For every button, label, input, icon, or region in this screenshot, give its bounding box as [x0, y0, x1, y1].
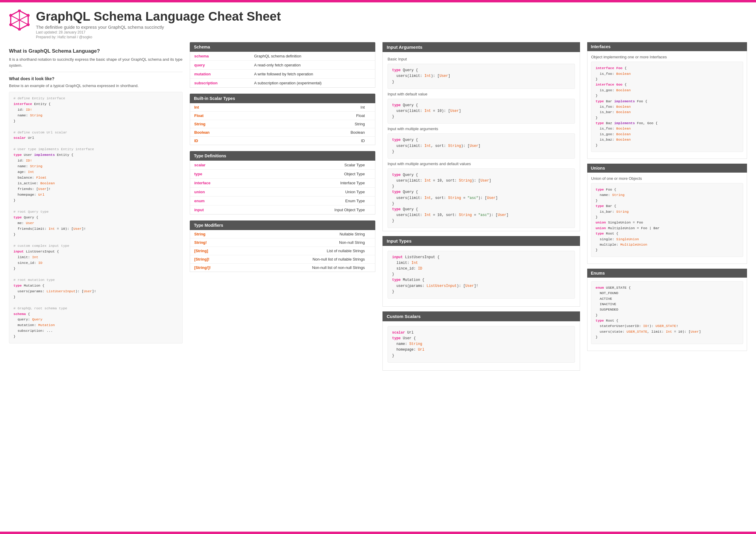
scalar-boolean-val: Boolean [230, 130, 371, 135]
bottom-bar [0, 532, 756, 534]
unions-header: Unions [587, 164, 747, 173]
multiple-defaults-title: Input with multiple arguments and defaul… [388, 162, 575, 166]
mod-list-string-nn2: [String!]! [194, 265, 242, 270]
table-row: [String!]! Non-null list of non-null Str… [190, 264, 375, 272]
modifiers-table: Type Modifiers String Nullable String St… [190, 221, 375, 272]
input-types-header: Input Types [383, 236, 580, 246]
mutation-desc: A write followed by fetch operation [254, 72, 371, 76]
typedef-table: Type Definitions scalar Scalar Type type… [190, 151, 375, 215]
scalar-table: Built-in Scalar Types Int Int Float Floa… [190, 93, 375, 145]
interfaces-body: Object implementing one or more Interfac… [587, 51, 747, 159]
typedef-union-val: Union Type [242, 190, 371, 194]
default-value-code: type Query { users(limit: Int = 10): [Us… [388, 99, 575, 124]
table-row: type Object Type [190, 170, 375, 178]
scalar-id: ID [194, 139, 230, 143]
mod-list-string: [String] [194, 249, 242, 253]
mod-list-string-nn-val: Non-null list of nullable Strings [242, 257, 371, 261]
table-row: subscription A subscription operation (e… [190, 79, 375, 87]
schema-table-header: Schema [190, 42, 375, 52]
mod-list-string-nn: [String]! [194, 257, 242, 261]
interfaces-code: interface Foo { is_foo: Boolean } interf… [591, 62, 743, 152]
input-types-section: Input Types input ListUsersInput { limit… [383, 236, 580, 307]
svg-point-6 [27, 23, 30, 26]
typedef-type: type [194, 172, 242, 176]
unions-desc: Union of one or more Objects [591, 176, 743, 181]
enums-code: enum USER_STATE { NOT_FOUND ACTIVE INACT… [591, 281, 743, 344]
looks-like-desc: Below is an example of a typical GraphQL… [9, 83, 182, 89]
unions-code: type Foo { name: String } type Bar { is_… [591, 183, 743, 257]
meta2: Prepared by: Hafiz Ismail / @sogko [36, 35, 281, 39]
enums-section: Enums enum USER_STATE { NOT_FOUND ACTIVE… [587, 269, 747, 351]
left-code-block: # define Entity interface interface Enti… [9, 92, 182, 344]
input-arguments-header: Input Arguments [383, 42, 580, 52]
scalar-string-val: String [230, 122, 371, 126]
scalar-table-body: Int Int Float Float String String Boolea… [190, 103, 375, 145]
interfaces-section: Interfaces Object implementing one or mo… [587, 42, 747, 159]
logo [9, 10, 30, 31]
unions-section: Unions Union of one or more Objects type… [587, 164, 747, 264]
table-row: input Input Object Type [190, 205, 375, 214]
multiple-args-section: Input with multiple arguments type Query… [388, 126, 575, 159]
table-row: ID ID [190, 137, 375, 145]
enums-body: enum USER_STATE { NOT_FOUND ACTIVE INACT… [587, 278, 747, 351]
typedef-union: union [194, 190, 242, 194]
table-row: String! Non-null String [190, 238, 375, 247]
svg-point-8 [9, 23, 12, 26]
table-row: mutation A write followed by fetch opera… [190, 70, 375, 79]
header-text: GraphQL Schema Language Cheat Sheet The … [36, 10, 281, 39]
table-row: [String]! Non-null list of nullable Stri… [190, 255, 375, 264]
table-row: interface Interface Type [190, 178, 375, 188]
mod-list-string-nn2-val: Non-null list of non-null Strings [242, 265, 371, 270]
typedef-scalar-val: Scalar Type [242, 163, 371, 167]
scalar-int-val: Int [230, 105, 371, 110]
scalar-id-val: ID [230, 139, 371, 143]
unions-body: Union of one or more Objects type Foo { … [587, 173, 747, 264]
scalar-int: Int [194, 105, 230, 110]
mutation-keyword: mutation [194, 72, 254, 76]
mod-string-nn: String! [194, 240, 242, 245]
typedef-input-val: Input Object Type [242, 208, 371, 212]
multiple-args-code: type Query { users(limit: Int, sort: Str… [388, 133, 575, 159]
mod-string-nn-val: Non-null String [242, 240, 371, 245]
table-row: String String [190, 120, 375, 128]
typedef-interface-val: Interface Type [242, 181, 371, 185]
typedef-table-body: scalar Scalar Type type Object Type inte… [190, 161, 375, 215]
table-row: enum Enum Type [190, 197, 375, 205]
multiple-defaults-code: type Query { users(limit: Int = 10, sort… [388, 169, 575, 228]
basic-input-code: type Query { users(limit: Int): [User] } [388, 64, 575, 89]
table-row: Float Float [190, 112, 375, 120]
scalar-string: String [194, 122, 230, 126]
multiple-defaults-section: Input with multiple arguments and defaul… [388, 162, 575, 228]
typedef-table-header: Type Definitions [190, 151, 375, 161]
typedef-scalar: scalar [194, 163, 242, 167]
mod-string: String [194, 232, 242, 236]
schema-table: Schema schema GraphQL schema definition … [190, 42, 375, 88]
table-row: union Union Type [190, 188, 375, 197]
typedef-type-val: Object Type [242, 172, 371, 176]
table-row: scalar Scalar Type [190, 161, 375, 170]
custom-scalars-section: Custom Scalars scalar Url type User { na… [383, 311, 580, 371]
table-row: Boolean Boolean [190, 128, 375, 137]
subscription-desc: A subscription operation (experimental) [254, 81, 371, 85]
custom-scalars-header: Custom Scalars [383, 311, 580, 321]
top-bar [0, 0, 756, 2]
table-row: String Nullable String [190, 230, 375, 238]
meta1: Last updated: 28 January 2017 [36, 30, 281, 34]
mod-list-string-val: List of nullable Strings [242, 249, 371, 253]
what-is-title: What is GraphQL Schema Language? [9, 48, 182, 54]
typedef-interface: interface [194, 181, 242, 185]
svg-point-9 [9, 14, 12, 17]
scalar-table-header: Built-in Scalar Types [190, 93, 375, 103]
typedef-enum: enum [194, 199, 242, 203]
default-value-title: Input with default value [388, 92, 575, 96]
table-row: [String] List of nullable Strings [190, 247, 375, 255]
modifiers-table-header: Type Modifiers [190, 221, 375, 230]
table-row: Int Int [190, 103, 375, 112]
schema-desc: GraphQL schema definition [254, 54, 371, 58]
mod-string-val: Nullable String [242, 232, 371, 236]
typedef-enum-val: Enum Type [242, 199, 371, 203]
page-title: GraphQL Schema Language Cheat Sheet [36, 10, 281, 23]
looks-like-title: What does it look like? [9, 76, 182, 81]
scalar-float-val: Float [230, 113, 371, 118]
modifiers-table-body: String Nullable String String! Non-null … [190, 230, 375, 272]
